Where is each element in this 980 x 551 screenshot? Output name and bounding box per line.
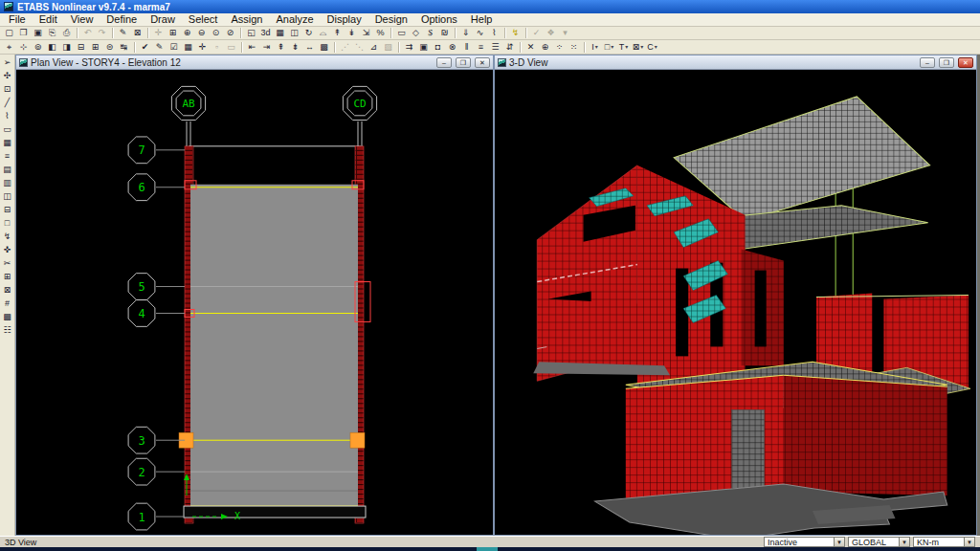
add-grid-icon[interactable]: ⊕ — [538, 41, 552, 54]
wall-properties-dropdown-icon[interactable]: □▾ — [602, 41, 616, 54]
snap-lines-icon[interactable]: ✂ — [0, 256, 14, 270]
show-member-forces-icon[interactable]: ⌇ — [487, 27, 501, 39]
menu-design[interactable]: Design — [368, 13, 414, 26]
extrude-up-icon[interactable]: ⇞ — [274, 41, 288, 54]
plan-view-icon[interactable]: ▦ — [273, 27, 287, 39]
quick-draw-wall-icon[interactable]: ⊟ — [0, 203, 14, 216]
select-all-icon[interactable]: ⊜ — [102, 41, 117, 54]
align-points-icon[interactable]: ⊿ — [367, 41, 381, 54]
view-3d-canvas[interactable] — [495, 69, 976, 535]
draw-special-joint-icon[interactable]: ✎ — [152, 41, 167, 54]
draw-point-icon[interactable]: ⊡ — [0, 82, 14, 96]
assign-restraints-icon[interactable]: ◘ — [431, 41, 445, 54]
lower-left-wall[interactable] — [546, 299, 657, 368]
more-tools-dropdown-icon[interactable]: ▾ — [558, 27, 572, 39]
menu-display[interactable]: Display — [321, 13, 368, 26]
draw-polygon-icon[interactable]: ◇ — [409, 27, 423, 39]
select-pointer-icon[interactable]: ⌖ — [2, 41, 16, 54]
select-intersect-icon[interactable]: ⊚ — [31, 41, 45, 54]
door-opening-mesh[interactable] — [731, 409, 764, 490]
elevation-view-icon[interactable]: ◫ — [287, 27, 301, 39]
menu-analyze[interactable]: Analyze — [269, 13, 320, 26]
redo-icon[interactable]: ↷ — [95, 27, 109, 39]
reshape-object-icon[interactable]: ✣ — [0, 69, 14, 82]
show-joints-icon[interactable]: ☑ — [167, 41, 181, 54]
edit-pencil-icon[interactable]: ✎ — [116, 27, 130, 39]
join-frames-icon[interactable]: ⇥ — [259, 41, 274, 54]
delete-objects-icon[interactable]: ✕ — [523, 41, 538, 54]
plan-restore-button[interactable]: ❐ — [456, 57, 471, 68]
start-design-icon[interactable]: ❖ — [544, 27, 558, 39]
snap-to-grid-icon[interactable]: ✛ — [195, 41, 210, 54]
snap-points-icon[interactable]: ✜ — [0, 243, 14, 256]
measure-tool-icon[interactable]: ☷ — [0, 323, 14, 337]
edit-story-data-icon[interactable]: ⁘ — [552, 41, 567, 54]
menu-draw[interactable]: Draw — [144, 13, 182, 26]
menu-options[interactable]: Options — [414, 13, 464, 26]
deselect-icon[interactable]: ◨ — [59, 41, 74, 54]
zoom-out-icon[interactable]: ⊖ — [194, 27, 209, 39]
frame-labels-icon[interactable]: ₪ — [437, 27, 452, 39]
view3d-minimize-button[interactable]: ‒ — [920, 57, 935, 68]
floor-slab[interactable] — [190, 185, 358, 506]
merge-joints-icon[interactable]: ▨ — [381, 41, 395, 54]
perspective-toggle-icon[interactable]: ⌓ — [316, 27, 330, 39]
chevron-down-icon[interactable]: ▼ — [899, 538, 909, 546]
menu-help[interactable]: Help — [464, 13, 500, 26]
menu-view[interactable]: View — [64, 13, 100, 26]
view3d-restore-button[interactable]: ❐ — [939, 57, 954, 68]
slab-properties-dropdown-icon[interactable]: T▾ — [616, 41, 631, 54]
snap-edges-icon[interactable]: ⊞ — [0, 270, 14, 283]
menu-assign[interactable]: Assign — [224, 13, 269, 26]
mesh-areas-icon[interactable]: ▩ — [317, 41, 331, 54]
rotate-view-icon[interactable]: ↻ — [301, 27, 316, 39]
menu-select[interactable]: Select — [182, 13, 225, 26]
status-mode-select[interactable]: Inactive▼ — [764, 537, 845, 547]
object-options-icon[interactable]: % — [373, 27, 388, 39]
draw-line-icon[interactable]: ╱ — [0, 96, 14, 109]
invert-selection-icon[interactable]: ↹ — [117, 41, 131, 54]
chevron-down-icon[interactable]: ▼ — [834, 538, 844, 546]
menu-edit[interactable]: Edit — [33, 13, 64, 26]
draw-door-icon[interactable]: ↯ — [0, 230, 14, 243]
plan-window-titlebar[interactable]: Plan View - STORY4 - Elevation 12 ‒ ❐ ✕ — [16, 55, 493, 69]
link-properties-dropdown-icon[interactable]: C▾ — [645, 41, 659, 54]
view3d-window-titlebar[interactable]: 3-D View ‒ ❐ ✕ — [495, 55, 976, 69]
divide-frames-icon[interactable]: ⇤ — [245, 41, 259, 54]
units-select[interactable]: KN-m▼ — [913, 537, 975, 547]
draw-area-icon[interactable]: ≡ — [0, 149, 14, 163]
coordinate-system-select[interactable]: GLOBAL▼ — [848, 537, 910, 547]
zoom-in-icon[interactable]: ⊕ — [180, 27, 194, 39]
assign-constraints-icon[interactable]: ≡ — [474, 41, 488, 54]
select-poly-icon[interactable]: ⊹ — [16, 41, 31, 54]
plan-close-button[interactable]: ✕ — [475, 57, 490, 68]
assign-frame-sections-icon[interactable]: ⇉ — [402, 41, 416, 54]
show-grid-icon[interactable]: ▦ — [181, 41, 195, 54]
snap-ends-icon[interactable]: ▫ — [210, 41, 224, 54]
new-model-icon[interactable]: ▢ — [2, 27, 16, 39]
save-model-icon[interactable]: ▣ — [31, 27, 45, 39]
snap-perpendicular-icon[interactable]: # — [0, 297, 14, 310]
menu-file[interactable]: File — [2, 13, 33, 26]
assign-local-axes-icon[interactable]: ‖ — [459, 41, 474, 54]
podium-right-wall[interactable] — [784, 375, 947, 496]
undo-icon[interactable]: ↶ — [80, 27, 95, 39]
deck-properties-dropdown-icon[interactable]: ⊠▾ — [631, 41, 645, 54]
show-deformed-shape-icon[interactable]: ∿ — [473, 27, 487, 39]
get-previous-icon[interactable]: ⊞ — [88, 41, 102, 54]
bottom-wall-band[interactable] — [184, 506, 366, 518]
clear-selection-icon[interactable]: ⊟ — [74, 41, 88, 54]
mirror-icon[interactable]: ↔ — [302, 41, 317, 54]
extrude-down-icon[interactable]: ⇟ — [288, 41, 302, 54]
design-check-icon[interactable]: ✓ — [529, 27, 544, 39]
plan-view-canvas[interactable]: X 7654321ABCD — [16, 69, 493, 535]
section-designer-icon[interactable]: ₷ — [423, 27, 437, 39]
snap-midpoints-icon[interactable]: ▭ — [224, 41, 238, 54]
plan-minimize-button[interactable]: ‒ — [436, 57, 452, 68]
assign-masses-icon[interactable]: ⇵ — [502, 41, 517, 54]
shrink-objects-icon[interactable]: ⇲ — [359, 27, 373, 39]
lock-model-icon[interactable]: ⊠ — [130, 27, 145, 39]
column-point-right[interactable] — [350, 432, 365, 448]
pan-icon[interactable]: ✛ — [151, 27, 166, 39]
open-model-icon[interactable]: ❐ — [16, 27, 31, 39]
